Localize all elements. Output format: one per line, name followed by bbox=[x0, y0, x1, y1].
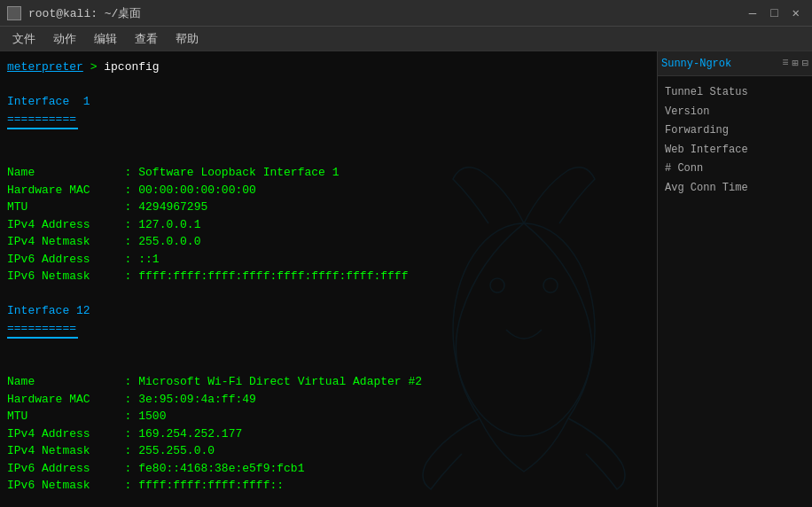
forwarding-label: Forwarding bbox=[665, 121, 805, 141]
window-icon bbox=[7, 6, 21, 20]
conn-label: # Conn bbox=[665, 160, 805, 179]
right-panel-topbar: Sunny-Ngrok ≡ ⊞ ⊟ bbox=[658, 51, 812, 76]
interface1-mac: Hardware MAC : 00:00:00:00:00:00 bbox=[7, 183, 256, 197]
interface12-mac: Hardware MAC : 3e:95:09:4a:ff:49 bbox=[7, 393, 256, 406]
menu-file[interactable]: 文件 bbox=[4, 27, 44, 51]
right-panel: Sunny-Ngrok ≡ ⊞ ⊟ Tunnel Status Version … bbox=[657, 51, 812, 507]
interface1-title: Interface 1 bbox=[7, 95, 90, 108]
terminal-content: meterpreter > ipconfig Interface 1 =====… bbox=[7, 58, 650, 507]
close-button[interactable]: ✕ bbox=[787, 4, 805, 22]
menu-action[interactable]: 动作 bbox=[44, 27, 85, 51]
interface1-ipv6addr: IPv6 Address : ::1 bbox=[7, 253, 160, 266]
menubar: 文件 动作 编辑 查看 帮助 bbox=[0, 27, 812, 51]
right-panel-content: Tunnel Status Version Forwarding Web Int… bbox=[658, 76, 812, 206]
prompt-arrow: > bbox=[83, 60, 104, 74]
main-layout: meterpreter > ipconfig Interface 1 =====… bbox=[0, 51, 812, 507]
interface12-ipv6mask: IPv6 Netmask : ffff:ffff:ffff:ffff:: bbox=[7, 479, 284, 492]
interface1-mtu: MTU : 4294967295 bbox=[7, 200, 207, 214]
interface1-ipv4mask: IPv4 Netmask : 255.0.0.0 bbox=[7, 235, 200, 248]
maximize-button[interactable]: □ bbox=[765, 4, 783, 22]
titlebar-title: root@kali: ~/桌面 bbox=[28, 5, 141, 21]
interface1-ipv4addr: IPv4 Address : 127.0.0.1 bbox=[7, 218, 200, 231]
panel-icon-collapse[interactable]: ⊟ bbox=[802, 57, 808, 70]
interface1-ipv6mask: IPv6 Netmask : ffff:ffff:ffff:ffff:ffff:… bbox=[7, 269, 408, 283]
terminal[interactable]: meterpreter > ipconfig Interface 1 =====… bbox=[0, 51, 657, 507]
menu-view[interactable]: 查看 bbox=[126, 27, 167, 51]
panel-icon-expand[interactable]: ⊞ bbox=[792, 57, 799, 70]
command-text: ipconfig bbox=[104, 60, 159, 74]
menu-help[interactable]: 帮助 bbox=[167, 27, 207, 51]
interface12-underline: ========== bbox=[7, 320, 78, 339]
minimize-button[interactable]: — bbox=[744, 4, 761, 22]
titlebar: root@kali: ~/桌面 — □ ✕ bbox=[0, 0, 812, 27]
interface12-ipv6addr: IPv6 Address : fe80::4168:38e:e5f9:fcb1 bbox=[7, 462, 304, 475]
panel-icon-menu[interactable]: ≡ bbox=[782, 57, 788, 70]
avg-conn-time-label: Avg Conn Time bbox=[665, 179, 805, 199]
interface12-ipv4mask: IPv4 Netmask : 255.255.0.0 bbox=[7, 444, 215, 457]
interface1-underline: ========== bbox=[7, 111, 78, 130]
right-panel-icons: ≡ ⊞ ⊟ bbox=[782, 57, 808, 70]
interface12-name: Name : Microsoft Wi-Fi Direct Virtual Ad… bbox=[7, 375, 422, 388]
interface12-ipv4addr: IPv4 Address : 169.254.252.177 bbox=[7, 427, 242, 441]
titlebar-controls: — □ ✕ bbox=[744, 4, 805, 22]
interface12-mtu: MTU : 1500 bbox=[7, 410, 166, 423]
interface1-name: Name : Software Loopback Interface 1 bbox=[7, 166, 339, 179]
web-interface-label: Web Interface bbox=[665, 141, 805, 160]
prompt-username: meterpreter bbox=[7, 60, 83, 74]
interface12-title: Interface 12 bbox=[7, 304, 90, 317]
tunnel-status-label: Tunnel Status bbox=[665, 83, 805, 103]
menu-edit[interactable]: 编辑 bbox=[85, 27, 126, 51]
version-label: Version bbox=[665, 103, 805, 122]
titlebar-left: root@kali: ~/桌面 bbox=[7, 5, 141, 21]
terminal-text: meterpreter > ipconfig Interface 1 =====… bbox=[7, 58, 650, 507]
right-panel-title: Sunny-Ngrok bbox=[661, 58, 782, 70]
